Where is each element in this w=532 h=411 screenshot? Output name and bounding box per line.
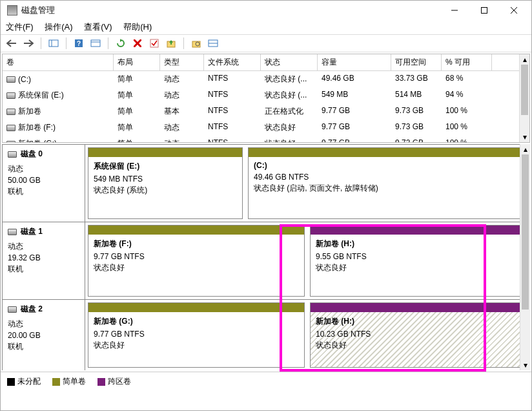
col-type[interactable]: 类型 xyxy=(160,54,204,70)
list-view-icon[interactable] xyxy=(206,36,220,50)
volume-icon xyxy=(6,92,15,99)
scroll-down-icon[interactable]: ▾ xyxy=(520,360,530,370)
cell-pct: 100 % xyxy=(442,136,492,142)
table-row[interactable]: 新加卷 (F:)简单动态NTFS状态良好9.77 GB9.73 GB100 % xyxy=(3,120,529,136)
cell-pct: 94 % xyxy=(442,88,492,103)
cell-free: 33.73 GB xyxy=(391,72,442,87)
cell-type: 基本 xyxy=(160,104,204,119)
stripe-spanned xyxy=(311,226,526,235)
disk-icon xyxy=(8,151,17,158)
back-button[interactable] xyxy=(5,36,19,50)
cell-free: 9.73 GB xyxy=(391,136,442,142)
cell-pct: 100 % xyxy=(442,104,492,119)
stripe-simple xyxy=(88,148,242,157)
cell-type: 动态 xyxy=(160,72,204,87)
cell-layout: 简单 xyxy=(114,136,160,142)
show-hide-console-button[interactable] xyxy=(46,36,61,50)
disk-row-0[interactable]: 磁盘 0 动态 50.00 GB 联机 系统保留 (E:) 549 MB NTF… xyxy=(2,144,530,222)
menu-bar: 文件(F) 操作(A) 查看(V) 帮助(H) xyxy=(1,20,531,34)
disk-info: 磁盘 2 动态 20.00 GB 联机 xyxy=(3,300,85,370)
table-row[interactable]: (C:)简单动态NTFS状态良好 (...49.46 GB33.73 GB68 … xyxy=(3,71,529,87)
table-row[interactable]: 系统保留 (E:)简单动态NTFS状态良好 (...549 MB514 MB94… xyxy=(3,87,529,103)
scroll-up-icon[interactable]: ▴ xyxy=(520,54,529,65)
cell-free: 514 MB xyxy=(391,88,442,103)
menu-file[interactable]: 文件(F) xyxy=(6,22,34,32)
partition[interactable]: 新加卷 (H:) 10.23 GB NTFS 状态良好 xyxy=(310,302,527,368)
scroll-up-icon[interactable]: ▴ xyxy=(520,144,530,154)
toolbar: ? xyxy=(1,34,531,52)
table-row[interactable]: 新加卷 (G:)简单动态NTFS状态良好9.77 GB9.73 GB100 % xyxy=(3,136,529,142)
disk-icon xyxy=(8,229,17,235)
disk-info: 磁盘 0 动态 50.00 GB 联机 xyxy=(3,145,85,222)
svg-rect-1 xyxy=(482,8,487,14)
cell-type: 动态 xyxy=(160,120,204,135)
cell-capacity: 9.77 GB xyxy=(318,104,391,119)
volume-icon xyxy=(6,141,15,143)
col-volume[interactable]: 卷 xyxy=(3,54,114,70)
cell-pct: 100 % xyxy=(442,120,492,135)
menu-help[interactable]: 帮助(H) xyxy=(123,22,152,32)
cell-fs: NTFS xyxy=(204,88,261,103)
menu-view[interactable]: 查看(V) xyxy=(84,22,112,32)
cell-volume: 新加卷 (F:) xyxy=(18,122,56,133)
close-button[interactable] xyxy=(499,1,529,19)
col-fs[interactable]: 文件系统 xyxy=(204,54,261,70)
disk-row-1[interactable]: 磁盘 1 动态 19.32 GB 联机 新加卷 (F:) 9.77 GB NTF… xyxy=(2,222,530,299)
help-icon[interactable]: ? xyxy=(72,36,86,50)
disk-info: 磁盘 1 动态 19.32 GB 联机 xyxy=(3,222,85,299)
cell-volume: 新加卷 (G:) xyxy=(18,138,57,142)
graphical-scrollbar[interactable]: ▴ ▾ xyxy=(520,144,530,370)
grid-scrollbar[interactable]: ▴ ▾ xyxy=(519,54,529,142)
cell-capacity: 9.77 GB xyxy=(318,120,391,135)
delete-icon[interactable] xyxy=(130,36,145,50)
col-free[interactable]: 可用空间 xyxy=(391,54,442,70)
partition[interactable]: (C:) 49.46 GB NTFS 状态良好 (启动, 页面文件, 故障转储) xyxy=(248,147,527,219)
cell-layout: 简单 xyxy=(114,104,160,119)
disk-icon xyxy=(8,306,17,313)
cell-volume: (C:) xyxy=(18,75,31,84)
scroll-thumb[interactable] xyxy=(521,65,528,115)
partition[interactable]: 新加卷 (H:) 9.55 GB NTFS 状态良好 xyxy=(310,225,527,297)
cell-volume: 系统保留 (E:) xyxy=(18,90,64,101)
stripe-spanned xyxy=(311,303,526,312)
forward-button[interactable] xyxy=(21,36,36,50)
cell-volume: 新加卷 xyxy=(18,106,41,117)
partition[interactable]: 新加卷 (F:) 9.77 GB NTFS 状态良好 xyxy=(88,225,305,297)
maximize-button[interactable] xyxy=(469,1,499,19)
stripe-simple xyxy=(88,226,304,235)
legend-swatch-unallocated xyxy=(7,378,15,386)
legend-label: 跨区卷 xyxy=(108,377,131,386)
folder-up-icon[interactable] xyxy=(164,36,178,50)
cell-status: 状态良好 xyxy=(261,136,318,142)
col-pct[interactable]: % 可用 xyxy=(442,54,492,70)
menu-action[interactable]: 操作(A) xyxy=(45,22,72,32)
table-row[interactable]: 新加卷简单基本NTFS正在格式化9.77 GB9.73 GB100 % xyxy=(3,103,529,120)
check-icon[interactable] xyxy=(147,36,161,50)
partition[interactable]: 系统保留 (E:) 549 MB NTFS 状态良好 (系统) xyxy=(88,147,243,219)
legend-swatch-spanned xyxy=(97,378,105,386)
scroll-down-icon[interactable]: ▾ xyxy=(520,132,529,142)
partition[interactable]: 新加卷 (G:) 9.77 GB NTFS 状态良好 xyxy=(88,302,305,368)
cell-status: 正在格式化 xyxy=(261,104,318,119)
svg-text:?: ? xyxy=(77,40,81,47)
col-layout[interactable]: 布局 xyxy=(114,54,160,70)
cell-type: 动态 xyxy=(160,136,204,142)
minimize-button[interactable] xyxy=(440,1,469,19)
cell-pct: 68 % xyxy=(442,72,492,87)
cell-fs: NTFS xyxy=(204,136,261,142)
folder-search-icon[interactable] xyxy=(189,36,203,50)
svg-rect-8 xyxy=(91,40,100,47)
cell-layout: 简单 xyxy=(114,88,160,103)
scroll-thumb[interactable] xyxy=(522,154,529,310)
legend: 未分配 简单卷 跨区卷 xyxy=(1,372,531,391)
cell-status: 状态良好 (... xyxy=(261,88,318,103)
legend-label: 未分配 xyxy=(17,377,41,386)
refresh-icon[interactable] xyxy=(114,36,128,50)
disk-row-2[interactable]: 磁盘 2 动态 20.00 GB 联机 新加卷 (G:) 9.77 GB NTF… xyxy=(2,299,530,370)
col-status[interactable]: 状态 xyxy=(261,54,318,70)
col-capacity[interactable]: 容量 xyxy=(318,54,391,70)
cell-status: 状态良好 (... xyxy=(261,72,318,87)
cell-fs: NTFS xyxy=(204,120,261,135)
properties-icon[interactable] xyxy=(88,36,103,50)
cell-capacity: 49.46 GB xyxy=(318,72,391,87)
